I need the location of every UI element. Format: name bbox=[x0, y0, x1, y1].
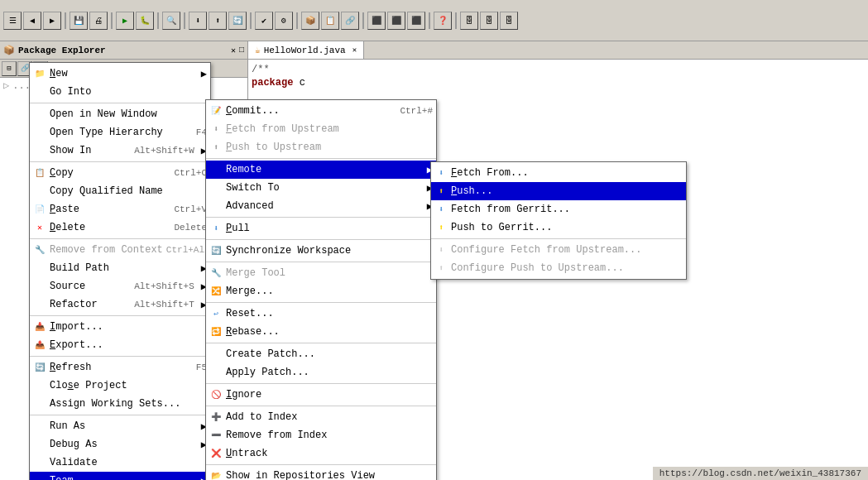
toolbar-btn-debug[interactable]: 🐛 bbox=[136, 12, 154, 30]
menu-item-opentypehierarchy[interactable]: Open Type Hierarchy F4 bbox=[30, 123, 210, 142]
toolbar-btn-pkg3[interactable]: 🔗 bbox=[341, 12, 359, 30]
remote-menu-pushtogerrit[interactable]: ⬆ Push to Gerrit... bbox=[431, 218, 686, 237]
team-menu-pushtoupstream-label: Push to Upstream bbox=[226, 142, 321, 153]
toolbar-btn-run[interactable]: ▶ bbox=[116, 12, 134, 30]
toolbar-btn-pkg2[interactable]: 📋 bbox=[321, 12, 339, 30]
team-menu-reset-label: Reset... bbox=[226, 308, 274, 319]
explorer-collapse-btn[interactable]: ⊟ bbox=[2, 61, 17, 76]
toolbar-btn-1[interactable]: ☰ bbox=[3, 12, 22, 30]
menu-item-validate[interactable]: Validate bbox=[30, 454, 210, 472]
remote-menu-configurefetch: ⬇ Configure Fetch from Upstream... bbox=[431, 241, 686, 259]
toolbar-btn-search[interactable]: 🔍 bbox=[162, 12, 180, 30]
menu-item-runas[interactable]: Run As ▶ bbox=[30, 417, 210, 435]
menu-item-opennewwindow[interactable]: Open in New Window bbox=[30, 105, 210, 123]
toolbar-btn-gear[interactable]: ⚙ bbox=[275, 12, 293, 30]
team-menu-applypatch[interactable]: Apply Patch... bbox=[206, 363, 436, 382]
remote-menu-push[interactable]: ⬆ Push... bbox=[431, 182, 686, 200]
menu-item-showin[interactable]: Show In Alt+Shift+W ▶ bbox=[30, 142, 210, 160]
toolbar-btn-db2[interactable]: 🗄 bbox=[480, 12, 498, 30]
editor-tab-close[interactable]: ✕ bbox=[352, 46, 357, 55]
team-menu-pull-label: Pull bbox=[226, 223, 250, 234]
team-menu-reset[interactable]: ↩ Reset... bbox=[206, 305, 436, 323]
team-menu-commit[interactable]: 📝 Commit... Ctrl+# bbox=[206, 102, 436, 120]
menu-item-runas-label: Run As bbox=[50, 420, 85, 432]
team-sep-6 bbox=[206, 343, 436, 343]
menu-item-opennewwindow-label: Open in New Window bbox=[50, 108, 157, 120]
menu-item-new-label: New bbox=[50, 68, 68, 79]
menu-item-debugas-label: Debug As bbox=[50, 439, 98, 450]
untrack-icon: ❌ bbox=[209, 447, 223, 460]
menu-item-buildpath-label: Build Path bbox=[50, 262, 109, 274]
team-menu-syncworkspace[interactable]: 🔄 Synchronize Workspace bbox=[206, 242, 436, 260]
toolbar-btn-t2[interactable]: ⬛ bbox=[387, 12, 405, 30]
configurefetch-icon: ⬇ bbox=[434, 243, 448, 257]
toolbar-sep-8 bbox=[429, 12, 430, 29]
panel-max-icon[interactable]: □ bbox=[239, 46, 244, 55]
team-menu-merge-label: Merge... bbox=[226, 286, 274, 297]
toolbar-btn-db1[interactable]: 🗄 bbox=[460, 12, 478, 30]
menu-item-buildpath[interactable]: Build Path ▶ bbox=[30, 259, 210, 277]
remote-menu-fetchfromgerrit[interactable]: ⬇ Fetch from Gerrit... bbox=[431, 200, 686, 218]
team-menu-advanced[interactable]: Advanced ▶ bbox=[206, 197, 436, 215]
toolbar-btn-fwd[interactable]: ▶ bbox=[43, 12, 61, 30]
team-menu-merge[interactable]: 🔀 Merge... bbox=[206, 282, 436, 300]
menu-item-gointo[interactable]: Go Into bbox=[30, 83, 210, 101]
toolbar-btn-git1[interactable]: ⬇ bbox=[189, 12, 207, 30]
team-menu-switchto[interactable]: Switch To ▶ bbox=[206, 179, 436, 197]
panel-close-icon[interactable]: ✕ bbox=[231, 46, 236, 55]
paste-icon: 📄 bbox=[33, 203, 46, 216]
toolbar-btn-db3[interactable]: 🗄 bbox=[500, 12, 518, 30]
team-menu-remote[interactable]: Remote ▶ bbox=[206, 161, 436, 179]
toolbar-btn-help[interactable]: ❓ bbox=[434, 12, 452, 30]
menu-item-import[interactable]: 📥 Import... bbox=[30, 318, 210, 336]
panel-explorer-header: 📦 Package Explorer ✕ □ bbox=[0, 41, 247, 60]
menu-item-paste[interactable]: 📄 Paste Ctrl+V bbox=[30, 200, 210, 218]
menu-item-debugas[interactable]: Debug As ▶ bbox=[30, 435, 210, 454]
team-menu-mergetool-label: Merge Tool bbox=[226, 267, 285, 279]
menu-item-copyqualified[interactable]: Copy Qualified Name bbox=[30, 182, 210, 200]
toolbar-sep-6 bbox=[296, 12, 298, 29]
team-menu-addtoindex[interactable]: ➕ Add to Index bbox=[206, 408, 436, 426]
menu-item-delete[interactable]: ✕ Delete Delete bbox=[30, 218, 210, 237]
toolbar-btn-check[interactable]: ✔ bbox=[255, 12, 273, 30]
java-file-icon: ☕ bbox=[255, 45, 261, 55]
toolbar-btn-t1[interactable]: ⬛ bbox=[367, 12, 386, 30]
editor-tab-helloworld[interactable]: ☕ HelloWorld.java ✕ bbox=[248, 41, 364, 59]
toolbar-btn-t3[interactable]: ⬛ bbox=[407, 12, 425, 30]
menu-item-source[interactable]: Source Alt+Shift+S ▶ bbox=[30, 277, 210, 295]
copy-shortcut: Ctrl+C bbox=[174, 168, 207, 178]
menu-item-refresh[interactable]: 🔄 Refresh F5 bbox=[30, 358, 210, 377]
import-icon: 📥 bbox=[33, 320, 46, 334]
refresh-icon: 🔄 bbox=[33, 361, 46, 374]
toolbar-btn-pkg1[interactable]: 📦 bbox=[301, 12, 319, 30]
toolbar-btn-print[interactable]: 🖨 bbox=[89, 12, 108, 30]
team-menu-untrack[interactable]: ❌ Untrack bbox=[206, 444, 436, 463]
menu-item-validate-label: Validate bbox=[50, 457, 98, 468]
team-menu-showinrepo[interactable]: 📂 Show in Repositories View bbox=[206, 467, 436, 480]
team-menu-addtoindex-label: Add to Index bbox=[226, 411, 297, 423]
menu-item-closeproject[interactable]: Close Project bbox=[30, 377, 210, 395]
menu-item-new[interactable]: 📁 New ▶ bbox=[30, 65, 210, 83]
menu-item-team[interactable]: Team ▶ bbox=[30, 472, 210, 480]
menu-item-export[interactable]: 📤 Export... bbox=[30, 336, 210, 354]
fetchupstream-icon: ⬇ bbox=[209, 122, 223, 136]
team-menu-removefromindex[interactable]: ➖ Remove from Index bbox=[206, 426, 436, 444]
menu-item-export-label: Export... bbox=[50, 339, 103, 351]
toolbar-btn-save[interactable]: 💾 bbox=[70, 12, 88, 30]
menu-item-refactor[interactable]: Refactor Alt+Shift+T ▶ bbox=[30, 295, 210, 314]
menu-item-assignworkingsets[interactable]: Assign Working Sets... bbox=[30, 395, 210, 413]
menu-item-copy[interactable]: 📋 Copy Ctrl+C bbox=[30, 164, 210, 182]
team-menu-rebase[interactable]: 🔁 Rebase... bbox=[206, 323, 436, 341]
toolbar-btn-git2[interactable]: ⬆ bbox=[209, 12, 227, 30]
editor-tab-bar: ☕ HelloWorld.java ✕ bbox=[248, 41, 868, 60]
team-menu-pull[interactable]: ⬇ Pull bbox=[206, 219, 436, 238]
remote-menu-fetchfrom[interactable]: ⬇ Fetch From... bbox=[431, 164, 686, 182]
toolbar-btn-back[interactable]: ◀ bbox=[23, 12, 41, 30]
reset-icon: ↩ bbox=[209, 307, 223, 320]
package-explorer-icon: 📦 bbox=[3, 45, 15, 55]
team-menu-advanced-label: Advanced bbox=[226, 200, 274, 212]
team-menu-createpatch[interactable]: Create Patch... bbox=[206, 345, 436, 363]
toolbar-btn-git3[interactable]: 🔄 bbox=[228, 12, 247, 30]
team-menu-untrack-label: Untrack bbox=[226, 448, 267, 459]
team-menu-ignore[interactable]: 🚫 Ignore bbox=[206, 386, 436, 404]
